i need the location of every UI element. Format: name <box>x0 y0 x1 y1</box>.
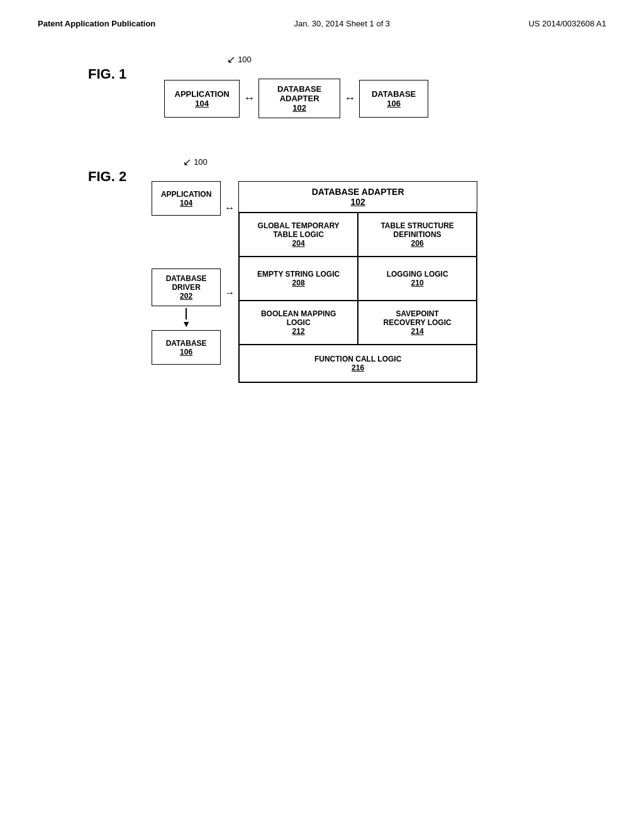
table-struct-ref: 206 <box>411 239 424 248</box>
fig1-adapter-ref: 102 <box>292 103 306 113</box>
fig2-adapter-title: DATABASE ADAPTER 102 <box>239 182 477 213</box>
function-call-label1: FUNCTION CALL LOGIC <box>314 355 401 363</box>
boolean-ref: 212 <box>292 327 305 336</box>
table-struct-label2: DEFINITIONS <box>394 230 441 239</box>
fig2-driver-label2: DRIVER <box>172 283 200 292</box>
savepoint-label1: SAVEPOINT <box>396 309 438 318</box>
fig2-label: FIG. 2 <box>88 169 126 185</box>
fig2-cell-empty-string: EMPTY STRING LOGIC 208 <box>239 257 358 301</box>
fig1-db-ref: 106 <box>387 99 401 108</box>
page-header: Patent Application Publication Jan. 30, … <box>38 19 606 28</box>
logging-ref: 210 <box>411 279 424 287</box>
page: Patent Application Publication Jan. 30, … <box>0 0 644 830</box>
fig1-adapter-label2: ADAPTER <box>280 94 319 103</box>
empty-string-label1: EMPTY STRING LOGIC <box>257 270 340 279</box>
fig2-ref: 100 <box>194 157 208 167</box>
global-temp-ref: 204 <box>292 239 305 248</box>
fig1-adapter-box: DATABASE ADAPTER 102 <box>258 79 340 118</box>
fig2-cell-logging: LOGGING LOGIC 210 <box>358 257 477 301</box>
logging-label1: LOGGING LOGIC <box>387 270 448 279</box>
fig2-cell-boolean-map: BOOLEAN MAPPING LOGIC 212 <box>239 301 358 345</box>
fig1-ref: 100 <box>238 55 252 64</box>
fig2-dbdriver-box: DATABASE DRIVER 202 <box>152 268 221 306</box>
empty-string-ref: 208 <box>292 279 305 287</box>
savepoint-label2: RECOVERY LOGIC <box>384 318 452 327</box>
fig2-cell-table-struct: TABLE STRUCTURE DEFINITIONS 206 <box>358 213 477 257</box>
fig1-adapter-label1: DATABASE <box>277 84 321 94</box>
fig2-cell-function-call: FUNCTION CALL LOGIC 216 <box>239 345 477 382</box>
fig2-driver-label1: DATABASE <box>166 274 207 283</box>
fig1-section: FIG. 1 ↙ 100 APPLICATION 104 ↔ <box>38 66 606 118</box>
fig1-database-box: DATABASE 106 <box>359 80 428 118</box>
fig2-cell-savepoint: SAVEPOINT RECOVERY LOGIC 214 <box>358 301 477 345</box>
fig2-app-ref: 104 <box>180 199 192 208</box>
fig2-adapter-box: DATABASE ADAPTER 102 GLOBAL TEMPORARY TA… <box>238 181 477 383</box>
fig1-app-label: APPLICATION <box>175 89 230 99</box>
table-struct-label1: TABLE STRUCTURE <box>380 221 453 230</box>
fig2-adapter-grid: GLOBAL TEMPORARY TABLE LOGIC 204 TABLE S… <box>239 213 477 382</box>
fig2-db-ref: 106 <box>180 348 192 357</box>
fig1-application-box: APPLICATION 104 <box>164 80 240 118</box>
fig2-driver-ref: 202 <box>180 292 192 301</box>
global-temp-label1: GLOBAL TEMPORARY <box>258 221 340 230</box>
savepoint-ref: 214 <box>411 327 424 336</box>
fig2-app-label: APPLICATION <box>161 190 211 199</box>
boolean-label2: LOGIC <box>287 318 311 327</box>
header-right: US 2014/0032608 A1 <box>528 19 606 28</box>
header-left: Patent Application Publication <box>38 19 155 28</box>
fig1-arrow-1: ↔ <box>240 92 258 105</box>
fig2-section: FIG. 2 ↙ 100 APPLICATION 104 <box>38 169 606 383</box>
fig2-database-box: DATABASE 106 <box>152 330 221 365</box>
boolean-label1: BOOLEAN MAPPING <box>261 309 336 318</box>
fig1-db-label: DATABASE <box>372 89 416 99</box>
fig2-db-label: DATABASE <box>166 339 207 348</box>
fig2-adapter-title-text: DATABASE ADAPTER <box>244 187 472 197</box>
fig2-adapter-title-ref: 102 <box>244 197 472 207</box>
header-center: Jan. 30, 2014 Sheet 1 of 3 <box>294 19 391 28</box>
global-temp-label2: TABLE LOGIC <box>273 230 323 239</box>
fig1-label: FIG. 1 <box>88 66 126 82</box>
fig2-cell-global-temp: GLOBAL TEMPORARY TABLE LOGIC 204 <box>239 213 358 257</box>
fig2-application-box: APPLICATION 104 <box>152 181 221 216</box>
fig1-arrow-2: ↔ <box>340 92 359 105</box>
function-call-ref: 216 <box>352 363 364 372</box>
fig1-app-ref: 104 <box>195 99 209 108</box>
